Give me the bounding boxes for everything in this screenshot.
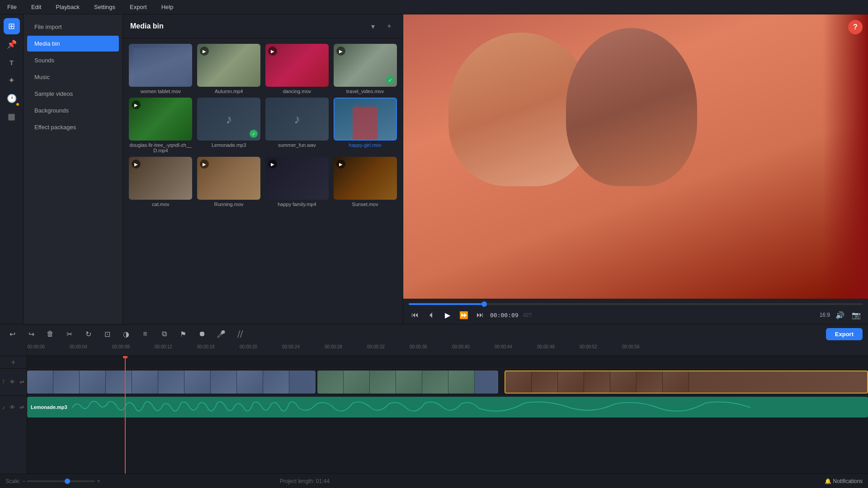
scale-plus-icon[interactable]: + bbox=[97, 478, 100, 484]
playhead[interactable] bbox=[125, 356, 126, 474]
effects-icon-btn[interactable]: ✦ bbox=[4, 72, 20, 89]
eye-icon[interactable]: 👁 bbox=[9, 379, 15, 385]
pin-icon-btn[interactable]: 📌 bbox=[4, 36, 20, 52]
ruler-tick: 00:00:32 bbox=[367, 344, 410, 356]
progress-bar[interactable] bbox=[409, 303, 863, 305]
list-item[interactable]: ▶ dancing.mov bbox=[265, 44, 330, 94]
step-back-button[interactable]: ⏴ bbox=[425, 309, 438, 321]
loop-button[interactable]: ↻ bbox=[81, 327, 95, 341]
grid-icon-btn[interactable]: ▦ bbox=[4, 108, 20, 125]
eye-audio-icon[interactable]: 👁 bbox=[9, 404, 15, 411]
export-button[interactable]: Export bbox=[826, 328, 863, 340]
redo-button[interactable]: ↪ bbox=[24, 327, 38, 341]
control-row: ⏮ ⏴ ▶ ⏩ ⏭ 00:00:09 .027 16:9 🔊 📷 bbox=[409, 309, 863, 321]
clock-icon-btn[interactable]: 🕐 bbox=[4, 90, 20, 107]
sidebar-item-effect-packages[interactable]: Effect packages bbox=[27, 119, 119, 135]
media-bin-title: Media bin bbox=[130, 22, 164, 30]
play-pause-button[interactable]: ▶ bbox=[441, 309, 454, 321]
text-icon-btn[interactable]: T bbox=[4, 54, 20, 70]
menu-help[interactable]: Help bbox=[158, 2, 177, 12]
scale-slider[interactable] bbox=[27, 480, 95, 482]
list-item[interactable]: ▶ happy-girl.mov bbox=[333, 98, 397, 153]
left-panel: File import Media bin Sounds Music Sampl… bbox=[24, 14, 123, 324]
ruler-tick: 00:00:52 bbox=[580, 344, 622, 356]
link-audio-icon[interactable]: ⇌ bbox=[19, 404, 24, 411]
sidebar-item-sample-videos[interactable]: Sample videos bbox=[27, 86, 119, 102]
color-button[interactable]: ◑ bbox=[119, 327, 133, 341]
list-item[interactable]: ♪ ✓ Lemonade.mp3 bbox=[197, 98, 261, 153]
filter-button[interactable]: ▾ bbox=[367, 20, 379, 33]
list-item[interactable]: ♪ summer_fun.wav bbox=[265, 98, 330, 153]
pip-button[interactable]: ⧉ bbox=[157, 327, 171, 341]
play-icon: ▶ bbox=[268, 160, 277, 169]
scale-label: Scale: bbox=[5, 478, 20, 484]
sidebar-item-media-bin[interactable]: Media bin bbox=[27, 36, 119, 52]
video-clip-2[interactable] bbox=[317, 371, 498, 394]
waveform bbox=[72, 399, 866, 416]
notifications-label: Notifications bbox=[833, 478, 863, 484]
list-item[interactable]: ▶ cat.mov bbox=[128, 157, 193, 207]
audio-clip[interactable]: Lemonade.mp3 bbox=[27, 397, 868, 418]
menu-export[interactable]: Export bbox=[126, 2, 151, 12]
cut-button[interactable]: ✂ bbox=[62, 327, 76, 341]
sidebar-item-music[interactable]: Music bbox=[27, 69, 119, 85]
play-icon: ▶ bbox=[132, 160, 141, 169]
video-track-label: T bbox=[2, 380, 5, 385]
list-item[interactable]: ▶ douglas-fir-tree_-yqndl-zh__D.mp4 bbox=[128, 98, 193, 153]
scale-bar: Scale: − + Project length: 01:44 🔔 Notif… bbox=[0, 474, 868, 488]
ruler-tick: 00:00:48 bbox=[537, 344, 580, 356]
ruler-tick: 00:00:56 bbox=[622, 344, 665, 356]
menu-playback[interactable]: Playback bbox=[52, 2, 83, 12]
list-item[interactable]: ▶ happy family.mp4 bbox=[265, 157, 330, 207]
ruler-tick: 00:00:12 bbox=[155, 344, 197, 356]
music-icon: ♪ bbox=[226, 112, 232, 127]
undo-button[interactable]: ↩ bbox=[5, 327, 19, 341]
home-icon-btn[interactable]: ⊞ bbox=[4, 18, 20, 34]
link-icon[interactable]: ⇌ bbox=[19, 379, 24, 385]
step-forward-button[interactable]: ⏩ bbox=[458, 309, 470, 321]
bottom-toolbar: ↩ ↪ 🗑 ✂ ↻ ⊡ ◑ ≡ ⧉ ⚑ ⏺ 🎤 ⧸⧸ Export bbox=[0, 324, 868, 343]
record-button[interactable]: ⏺ bbox=[195, 327, 209, 341]
skip-start-button[interactable]: ⏮ bbox=[409, 309, 421, 321]
screenshot-icon[interactable]: 📷 bbox=[850, 309, 863, 321]
progress-thumb[interactable] bbox=[481, 301, 487, 307]
sidebar-item-sounds[interactable]: Sounds bbox=[27, 52, 119, 68]
menu-edit[interactable]: Edit bbox=[28, 2, 45, 12]
delete-button[interactable]: 🗑 bbox=[43, 327, 57, 341]
video-clip-3[interactable] bbox=[505, 371, 868, 394]
adjust-button[interactable]: ≡ bbox=[138, 327, 152, 341]
list-item[interactable]: ▶ Sunset.mov bbox=[333, 157, 397, 207]
list-item[interactable]: ▶ ✓ women tablet.mov bbox=[128, 44, 193, 94]
add-track-button[interactable]: + bbox=[11, 358, 15, 366]
ruler-tick: 00:00:44 bbox=[495, 344, 537, 356]
crop-button[interactable]: ⊡ bbox=[100, 327, 114, 341]
volume-icon[interactable]: 🔊 bbox=[834, 309, 846, 321]
aspect-ratio-selector[interactable]: 16:9 bbox=[820, 312, 830, 318]
skip-end-button[interactable]: ⏭ bbox=[474, 309, 486, 321]
playhead-top bbox=[123, 356, 127, 358]
split-button[interactable]: ⧸⧸ bbox=[233, 327, 247, 341]
notifications-area[interactable]: 🔔 Notifications bbox=[825, 478, 863, 484]
menu-file[interactable]: File bbox=[4, 2, 20, 12]
mic-button[interactable]: 🎤 bbox=[214, 327, 228, 341]
timeline-section: 00:00:00 00:00:04 00:00:08 00:00:12 00:0… bbox=[0, 343, 868, 488]
video-track bbox=[27, 369, 868, 396]
list-item[interactable]: ▶ Running.mov bbox=[197, 157, 261, 207]
scale-thumb[interactable] bbox=[65, 479, 70, 484]
audio-track: Lemonade.mp3 bbox=[27, 396, 868, 418]
list-item[interactable]: ▶ ✓ travel_video.mov bbox=[333, 44, 397, 94]
add-media-button[interactable]: + bbox=[383, 20, 396, 33]
ruler-tick: 00:00:28 bbox=[325, 344, 367, 356]
help-button[interactable]: ? bbox=[848, 20, 863, 34]
scale-minus-icon[interactable]: − bbox=[22, 478, 25, 484]
audio-clip-label: Lemonade.mp3 bbox=[31, 404, 67, 410]
menu-settings[interactable]: Settings bbox=[90, 2, 119, 12]
list-item[interactable]: ▶ Autumn.mp4 bbox=[197, 44, 261, 94]
play-icon: ▶ bbox=[200, 160, 209, 169]
play-icon: ▶ bbox=[268, 47, 277, 56]
sidebar-item-backgrounds[interactable]: Backgrounds bbox=[27, 103, 119, 118]
media-item-name: douglas-fir-tree_-yqndl-zh__D.mp4 bbox=[129, 142, 192, 153]
video-clip-1[interactable] bbox=[27, 371, 316, 394]
sidebar-item-file-import[interactable]: File import bbox=[27, 19, 119, 35]
marker-button[interactable]: ⚑ bbox=[176, 327, 190, 341]
